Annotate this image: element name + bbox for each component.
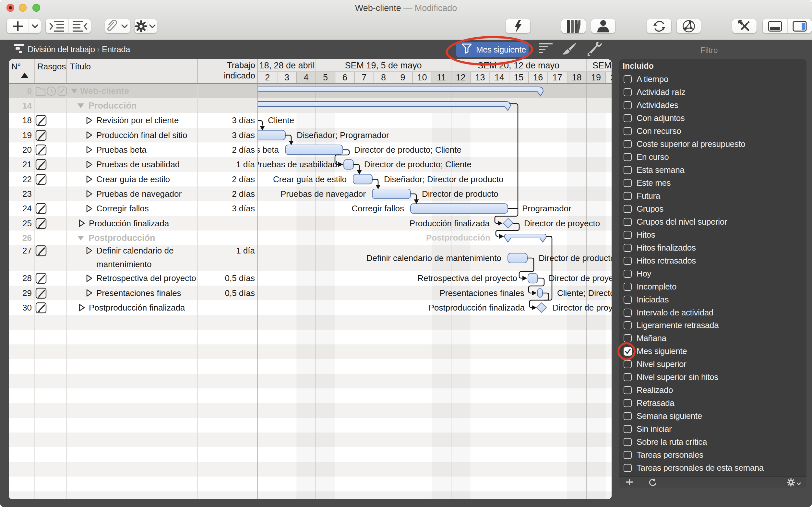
svg-text:23: 23 <box>22 189 32 199</box>
svg-text:Retrospectiva del proyecto: Retrospectiva del proyecto <box>96 273 196 283</box>
svg-text:21: 21 <box>22 160 32 169</box>
svg-text:Director de proyecto: Director de proyecto <box>549 273 611 283</box>
svg-text:18: 18 <box>572 73 582 82</box>
svg-text:25: 25 <box>22 219 32 228</box>
svg-text:Presentaciones finales: Presentaciones finales <box>439 288 524 298</box>
svg-text:26: 26 <box>22 233 32 243</box>
svg-text:18: 18 <box>22 115 32 125</box>
svg-text:20: 20 <box>22 145 32 155</box>
svg-text:Trabajo: Trabajo <box>227 60 255 70</box>
svg-text:Diseñador; Programador: Diseñador; Programador <box>297 130 389 140</box>
svg-text:Pruebas beta: Pruebas beta <box>96 145 147 155</box>
svg-text:Título: Título <box>70 62 91 71</box>
svg-text:Director de producto; Cliente: Director de producto; Cliente <box>354 145 462 155</box>
svg-text:28: 28 <box>22 273 32 283</box>
svg-text:Definir calendario de: Definir calendario de <box>96 246 173 256</box>
svg-text:20: 20 <box>611 73 611 82</box>
svg-text:Producción finalizada: Producción finalizada <box>89 219 169 228</box>
svg-text:Director de proyect: Director de proyect <box>553 303 611 313</box>
svg-text:11: 11 <box>437 73 446 82</box>
svg-text:Corregir fallos: Corregir fallos <box>96 204 149 213</box>
svg-text:4: 4 <box>304 73 308 82</box>
svg-text:3 días: 3 días <box>232 115 255 125</box>
svg-text:Pruebas de usabilidad: Pruebas de usabilidad <box>254 160 337 169</box>
svg-text:Pruebas de usabilidad: Pruebas de usabilidad <box>96 160 180 169</box>
svg-text:9: 9 <box>400 73 405 82</box>
svg-text:8: 8 <box>381 73 386 82</box>
svg-text:Diseñador; Director de product: Diseñador; Director de producto <box>384 174 504 184</box>
svg-text:18, 28 de abril: 18, 28 de abril <box>259 61 315 70</box>
svg-text:Director de producto: Director de producto <box>422 189 498 199</box>
svg-text:SEM 21, 19 de mayo: SEM 21, 19 de mayo <box>592 61 611 70</box>
svg-text:Presentaciones finales: Presentaciones finales <box>96 288 181 298</box>
svg-text:Programador: Programador <box>522 204 572 213</box>
svg-text:Postproducción finalizada: Postproducción finalizada <box>89 303 185 313</box>
svg-text:Cliente; Director d: Cliente; Director d <box>557 288 611 298</box>
svg-text:Corregir fallos: Corregir fallos <box>351 204 404 213</box>
svg-text:1 día: 1 día <box>236 246 255 256</box>
svg-text:SEM 19, 5 de mayo: SEM 19, 5 de mayo <box>345 61 422 70</box>
svg-text:3 días: 3 días <box>232 130 255 140</box>
svg-text:Pruebas de navegador: Pruebas de navegador <box>96 189 181 199</box>
svg-text:Definir calendario de mantenim: Definir calendario de mantenimiento <box>367 253 501 263</box>
svg-text:19: 19 <box>591 73 601 82</box>
svg-text:Postproducción: Postproducción <box>426 233 490 242</box>
svg-text:Retrospectiva del proyecto: Retrospectiva del proyecto <box>417 273 517 283</box>
svg-text:1 día: 1 día <box>236 160 255 169</box>
svg-text:7: 7 <box>362 73 367 82</box>
svg-text:10: 10 <box>417 73 427 82</box>
svg-text:Crear guía de estilo: Crear guía de estilo <box>273 174 347 184</box>
svg-text:Rasgos: Rasgos <box>37 62 66 71</box>
svg-text:0: 0 <box>27 86 32 96</box>
svg-text:12: 12 <box>456 73 466 82</box>
svg-text:3 días: 3 días <box>232 204 255 213</box>
svg-text:24: 24 <box>22 204 32 213</box>
svg-text:Producción final del sitio: Producción final del sitio <box>96 130 187 140</box>
svg-text:N°: N° <box>11 62 21 71</box>
svg-text:Crear guía de estilo: Crear guía de estilo <box>96 174 170 184</box>
svg-text:Cliente: Cliente <box>268 115 294 125</box>
svg-text:Revisión por el cliente: Revisión por el cliente <box>96 115 179 125</box>
svg-text:2: 2 <box>265 73 270 82</box>
svg-text:Producción: Producción <box>89 101 137 111</box>
svg-text:14: 14 <box>494 73 504 82</box>
svg-text:Postproducción: Postproducción <box>89 233 155 243</box>
svg-text:2 días: 2 días <box>232 145 255 155</box>
svg-text:2 días: 2 días <box>232 189 255 199</box>
svg-text:16: 16 <box>533 73 543 82</box>
svg-text:3: 3 <box>284 73 289 82</box>
svg-text:14: 14 <box>22 101 32 111</box>
svg-text:17: 17 <box>553 73 562 82</box>
svg-text:13: 13 <box>475 73 485 82</box>
svg-text:Pruebas de navegador: Pruebas de navegador <box>280 189 366 199</box>
svg-text:mantenimiento: mantenimiento <box>96 259 152 269</box>
svg-text:27: 27 <box>22 246 32 256</box>
svg-text:indicado: indicado <box>224 71 255 80</box>
svg-text:0,5 días: 0,5 días <box>225 288 255 298</box>
svg-text:6: 6 <box>342 73 347 82</box>
svg-text:Director de producto; Cliente: Director de producto; Cliente <box>364 160 472 169</box>
svg-text:2 días: 2 días <box>232 174 255 184</box>
svg-text:15: 15 <box>514 73 524 82</box>
svg-text:Postproducción finalizada: Postproducción finalizada <box>429 303 525 313</box>
svg-text:Director de producto: Director de producto <box>539 253 611 263</box>
svg-text:19: 19 <box>22 130 32 140</box>
svg-text:0,5 días: 0,5 días <box>225 273 255 283</box>
svg-text:Web-cliente: Web-cliente <box>80 86 129 96</box>
svg-text:29: 29 <box>22 288 32 298</box>
svg-text:Director de proyecto: Director de proyecto <box>524 219 600 228</box>
svg-text:30: 30 <box>22 303 32 313</box>
svg-text:Producción finalizada: Producción finalizada <box>410 219 490 228</box>
svg-text:5: 5 <box>323 73 328 82</box>
svg-text:22: 22 <box>22 174 32 184</box>
